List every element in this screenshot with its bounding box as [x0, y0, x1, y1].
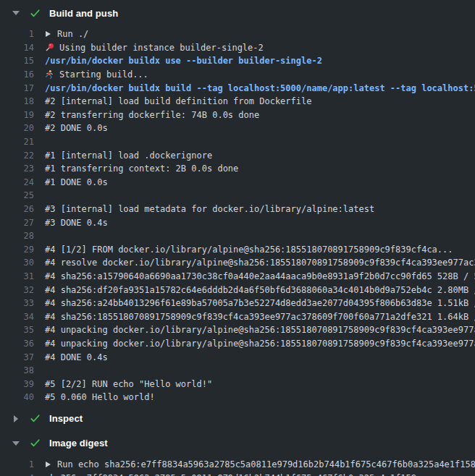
line-number-link[interactable]: 38: [0, 365, 34, 375]
log-line: 32#4 sha256:df20fa9351a15782c64e6dddb2d4…: [0, 283, 475, 297]
actions-log-viewer: Build and push1Run ./14Using builder ins…: [0, 0, 475, 476]
log-text: #4 sha256:a15790640a6690aa1730c38cf0a440…: [45, 271, 475, 281]
log-text: Using builder instance builder-single-2: [59, 43, 264, 53]
log-text: #1 transferring context: 2B 0.0s done: [45, 163, 238, 174]
line-content: #4 sha256:df20fa9351a15782c64e6dddb2d4a6…: [34, 285, 475, 295]
section-log-lines: 1Run ./14Using builder instance builder-…: [0, 27, 475, 404]
line-number-link[interactable]: 31: [0, 271, 34, 281]
check-icon: [30, 438, 41, 449]
line-content: #4 sha256:a15790640a6690aa1730c38cf0a440…: [34, 271, 475, 281]
log-command-text: /usr/bin/docker buildx build --tag local…: [45, 83, 475, 93]
line-number-link[interactable]: 40: [0, 392, 34, 402]
line-number-link[interactable]: 14: [0, 43, 34, 53]
line-content: #4 unpacking docker.io/library/alpine@sh…: [34, 339, 475, 349]
line-content: #5 0.060 Hello world!: [34, 392, 475, 402]
line-number-link[interactable]: 39: [0, 379, 34, 389]
chevron-down-icon[interactable]: [12, 11, 20, 15]
section-header-inspect[interactable]: Inspect: [0, 409, 475, 429]
check-icon: [30, 8, 41, 19]
line-content: /usr/bin/docker buildx use --builder bui…: [34, 56, 475, 66]
line-number-link[interactable]: 32: [0, 285, 34, 295]
log-text: #4 sha256:a24bb4013296f61e89ba57005a7b3e…: [45, 298, 475, 308]
log-line: 37#4 DONE 0.4s: [0, 350, 475, 364]
log-text: #4 resolve docker.io/library/alpine@sha2…: [45, 258, 475, 268]
line-content: #1 DONE 0.0s: [34, 177, 475, 187]
section-log-lines: 1Run echo sha256:e7ff8834a5963a2785c5a08…: [0, 458, 475, 476]
line-content: Using builder instance builder-single-2: [34, 43, 475, 53]
line-number-link[interactable]: 20: [0, 123, 34, 133]
line-number-link[interactable]: 26: [0, 204, 34, 214]
line-content: Starting build...: [34, 69, 475, 80]
log-text: #5 0.060 Hello world!: [45, 392, 155, 402]
log-text: #3 DONE 0.4s: [45, 218, 108, 228]
line-number-link[interactable]: 18: [0, 96, 34, 106]
log-line: 16Starting build...: [0, 68, 475, 82]
run-step-expand-arrow-icon[interactable]: [46, 31, 51, 37]
chevron-right-icon[interactable]: [12, 415, 20, 422]
line-content: #4 DONE 0.4s: [34, 352, 475, 362]
line-number-link[interactable]: 22: [0, 150, 34, 161]
log-text: #1 [internal] load .dockerignore: [45, 150, 212, 161]
log-line: 27#3 DONE 0.4s: [0, 216, 475, 229]
log-line: 35#4 unpacking docker.io/library/alpine@…: [0, 323, 475, 337]
line-number-link[interactable]: 1: [0, 459, 34, 469]
line-number-link[interactable]: 36: [0, 339, 34, 349]
line-number-link[interactable]: 16: [0, 69, 34, 80]
line-number-link[interactable]: 17: [0, 83, 34, 93]
chevron-down-icon: [12, 441, 20, 446]
log-line: 26#3 [internal] load metadata for docker…: [0, 203, 475, 216]
line-content: /usr/bin/docker buildx build --tag local…: [34, 83, 475, 93]
line-content: #3 [internal] load metadata for docker.i…: [34, 204, 475, 214]
line-content: sha256:e7ff8834a5963a2785c5a0811e979d16b…: [34, 473, 475, 476]
line-number-link[interactable]: 27: [0, 218, 34, 228]
log-text: #2 DONE 0.0s: [45, 123, 108, 133]
line-content: Run echo sha256:e7ff8834a5963a2785c5a081…: [34, 459, 475, 469]
line-content: #2 DONE 0.0s: [34, 123, 475, 133]
log-text: #5 [2/2] RUN echo "Hello world!": [45, 379, 212, 389]
log-text: #2 [internal] load build definition from…: [45, 96, 311, 106]
line-content: Run ./: [34, 29, 475, 39]
run-step-expand-arrow-icon[interactable]: [46, 462, 51, 467]
log-line: 15/usr/bin/docker buildx use --builder b…: [0, 54, 475, 68]
line-number-link[interactable]: 21: [0, 137, 34, 147]
log-text: #4 DONE 0.4s: [45, 352, 108, 362]
line-number-link[interactable]: 33: [0, 298, 34, 308]
log-text: #1 DONE 0.0s: [45, 177, 108, 187]
line-content: #5 [2/2] RUN echo "Hello world!": [34, 379, 475, 389]
log-line: 31#4 sha256:a15790640a6690aa1730c38cf0a4…: [0, 270, 475, 284]
line-number-link[interactable]: 37: [0, 352, 34, 362]
line-number-link[interactable]: 23: [0, 163, 34, 174]
section-header-build-and-push[interactable]: Build and push: [0, 3, 475, 23]
line-number-link[interactable]: 15: [0, 56, 34, 66]
runner-icon: [45, 69, 54, 80]
line-number-link[interactable]: 30: [0, 258, 34, 268]
log-line: 20#2 DONE 0.0s: [0, 122, 475, 135]
log-line: 24#1 DONE 0.0s: [0, 176, 475, 190]
log-line: 19#2 transferring dockerfile: 74B 0.0s d…: [0, 109, 475, 122]
log-text: #3 [internal] load metadata for docker.i…: [45, 204, 374, 214]
chevron-down-icon[interactable]: [12, 441, 20, 446]
section-title: Image digest: [49, 438, 108, 449]
line-number-link[interactable]: 28: [0, 231, 34, 241]
line-number-link[interactable]: 34: [0, 312, 34, 322]
line-number-link[interactable]: 35: [0, 325, 34, 335]
log-line: 22#1 [internal] load .dockerignore: [0, 148, 475, 162]
log-command-text: /usr/bin/docker buildx use --builder bui…: [45, 56, 322, 66]
line-number-link[interactable]: 19: [0, 110, 34, 120]
log-text: sha256:e7ff8834a5963a2785c5a0811e979d16b…: [45, 473, 416, 476]
log-line: 30#4 resolve docker.io/library/alpine@sh…: [0, 256, 475, 270]
section-title: Build and push: [49, 8, 118, 19]
check-icon: [30, 413, 41, 424]
line-number-link[interactable]: 25: [0, 190, 34, 200]
section-title: Inspect: [49, 413, 83, 424]
line-content: #1 [internal] load .dockerignore: [34, 150, 475, 161]
line-content: #4 sha256:a24bb4013296f61e89ba57005a7b3e…: [34, 298, 475, 308]
line-content: #4 sha256:185518070891758909c9f839cf4ca3…: [34, 312, 475, 322]
log-line: 33#4 sha256:a24bb4013296f61e89ba57005a7b…: [0, 297, 475, 310]
line-number-link[interactable]: 1: [0, 29, 34, 39]
line-number-link[interactable]: 4: [0, 473, 34, 476]
line-number-link[interactable]: 29: [0, 245, 34, 255]
line-number-link[interactable]: 24: [0, 177, 34, 187]
log-line: 4sha256:e7ff8834a5963a2785c5a0811e979d16…: [0, 471, 475, 476]
section-header-image-digest[interactable]: Image digest: [0, 433, 475, 454]
